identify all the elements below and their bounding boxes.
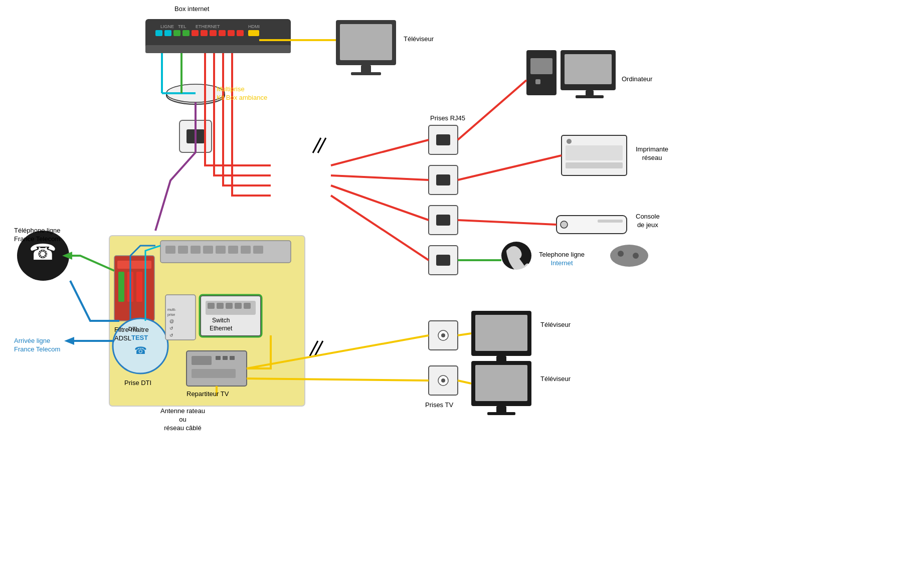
box-hdmi-label: HDMI [248, 24, 260, 29]
gamepad-right-stick [633, 253, 639, 259]
prise-tv-1-center [441, 333, 445, 337]
patch-port-2 [178, 246, 188, 254]
filtre-adsl-indicator1 [118, 272, 124, 302]
box-tel-label: TEL [178, 24, 187, 29]
repartiteur-conn1 [216, 356, 221, 360]
televiseur-bottom2-label: Téléviseur [540, 375, 571, 384]
multiprise-symbol1: @ [169, 319, 174, 324]
prise-rj45-1-port [436, 134, 450, 145]
wire-blue-arrivee-arrow [64, 337, 74, 345]
repartiteur-body2 [192, 369, 236, 378]
patch-port-4 [203, 246, 213, 254]
wire-green-to-telephone [68, 256, 114, 271]
computer-monitor-base [576, 95, 604, 98]
wire-red-prise1-computer [458, 80, 526, 140]
box-port-eth7 [228, 30, 235, 36]
antenne-label: Antenne rateauouréseau câblé [160, 407, 205, 433]
arrivee-label: Arrivée ligneFrance Telecom [14, 337, 60, 354]
imprimante-label: Imprimanteréseau [636, 145, 668, 162]
patch-port-8 [253, 246, 263, 254]
wire-purple-to-box [155, 152, 196, 231]
box-port-eth6 [219, 30, 226, 36]
wire-yellow-tv1 [458, 333, 471, 335]
box-port-eth5 [210, 30, 217, 36]
box-ligne-label: LIGNE [160, 24, 174, 29]
wire-red-right-4 [331, 196, 429, 260]
repartiteur-input [192, 356, 212, 365]
console-slot [598, 220, 623, 223]
televiseur-top-label: Téléviseur [404, 35, 434, 44]
computer-monitor-screen [565, 54, 612, 84]
console-disc [561, 221, 568, 228]
box-port-hdmi [248, 30, 259, 36]
repartiteur-conn2 [223, 356, 228, 360]
multiprise-text2: prise [167, 313, 175, 317]
telephone-ft-label: Téléphone ligneFrance Telecom [14, 227, 61, 244]
switch-port-1 [208, 303, 215, 309]
televiseur-bottom2-stand [496, 406, 506, 413]
patch-port-1 [165, 246, 175, 254]
box-port-eth2 [182, 30, 190, 36]
patch-port-6 [228, 246, 238, 254]
televiseur-bottom1-label: Téléviseur [540, 321, 571, 329]
televiseur-bottom2-screen [475, 365, 527, 401]
patch-port-3 [191, 246, 201, 254]
diagram: LIGNE TEL ETHERNET HDMI [0, 0, 924, 566]
printer-button [567, 139, 572, 144]
box-port-ligne [155, 30, 162, 36]
multiprise-text: multi- [167, 308, 176, 311]
printer-output [566, 162, 623, 168]
switch-port-5 [244, 303, 251, 309]
switch-port-4 [235, 303, 242, 309]
televiseur-top-base [351, 72, 381, 75]
box-bottom-bar [145, 45, 291, 53]
prise-rj45-4-port [436, 255, 450, 266]
box-port-eth3 [192, 30, 199, 36]
prises-rj45-label: Prises RJ45 [430, 114, 465, 123]
gamepad-left-stick [618, 251, 624, 257]
wire-yellow-tv2 [458, 381, 471, 384]
televiseur-bottom2-base [487, 412, 515, 415]
box-port-eth8 [237, 30, 244, 36]
switch-port-3 [226, 303, 233, 309]
box-port-tel [164, 30, 171, 36]
prise-rj45-2-port [436, 174, 450, 185]
printer-paper-tray [566, 145, 623, 160]
computer-tower-drive [530, 58, 552, 74]
switch-ethernet-label: SwitchEthernet [210, 317, 232, 332]
prise-dti-label: Prise DTI [124, 379, 151, 388]
box-internet-label: Box internet [174, 5, 209, 14]
wire-red-right-3 [331, 185, 429, 220]
filtre-adsl-label: Filtre maitreADSL [114, 326, 149, 343]
prise-tv-2-center [441, 379, 445, 383]
box-ethernet-label: ETHERNET [196, 24, 220, 29]
switch-port-2 [217, 303, 224, 309]
ordinateur-label: Ordinateur [622, 75, 652, 84]
multiprise-symbol2: ↺ [169, 326, 173, 331]
multiprise-symbol3: ↺ [169, 333, 173, 338]
patch-port-5 [216, 246, 226, 254]
wire-red-prise2-printer [458, 155, 562, 180]
telephone-internet-label: Telephone ligneInternet [539, 251, 585, 268]
televiseur-bottom1-screen [475, 315, 527, 351]
multiprise-label: MultipriseKit Box ambiance [217, 85, 267, 102]
repartiteur-conn3 [230, 356, 235, 360]
filtre-adsl-top [117, 261, 151, 269]
computer-tower-button [535, 79, 540, 84]
wire-red-prise3-console [458, 220, 557, 225]
box-port-eth4 [201, 30, 208, 36]
wire-red-right-1 [331, 140, 429, 165]
televiseur-top-stand [361, 65, 371, 73]
wire-red-right-2 [331, 175, 429, 180]
prises-tv-label: Prises TV [425, 401, 453, 410]
dti-phone-icon: ☎ [134, 345, 147, 356]
box-port-eth1 [173, 30, 180, 36]
prise-rj45-3-port [436, 215, 450, 226]
filtre-adsl-indicator3 [136, 272, 142, 302]
console-label: Consolede jeux [636, 213, 660, 230]
patch-port-7 [241, 246, 251, 254]
gamepad-body [610, 245, 648, 267]
repartiteur-tv-label: Repartiteur TV [187, 390, 229, 399]
televiseur-top-screen [340, 24, 392, 60]
